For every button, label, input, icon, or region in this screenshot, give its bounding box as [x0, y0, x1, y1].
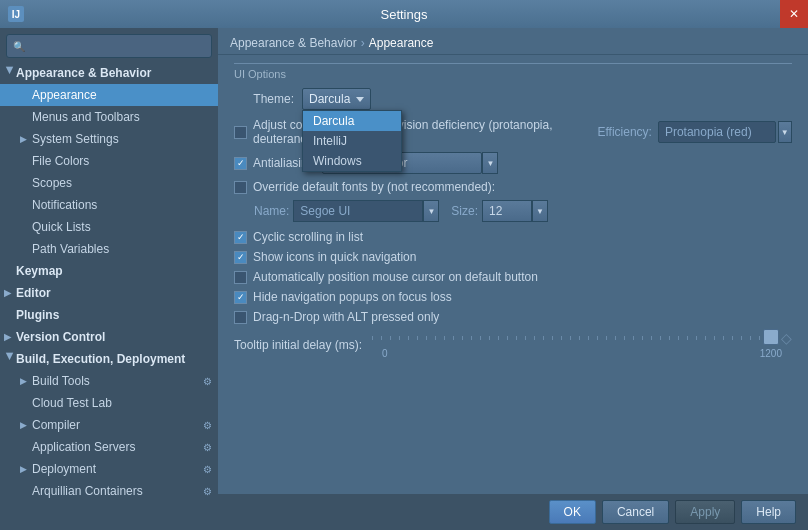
ok-button[interactable]: OK — [549, 500, 596, 524]
drag-drop-label: Drag-n-Drop with ALT pressed only — [253, 310, 439, 324]
sidebar-item-keymap[interactable]: Keymap — [0, 260, 218, 282]
tooltip-slider-track[interactable] — [372, 336, 777, 340]
theme-dropdown-arrow — [356, 97, 364, 102]
sidebar-item-version-control[interactable]: ▶ Version Control — [0, 326, 218, 348]
slider-end-icon: ◇ — [781, 330, 792, 346]
deployment-icon: ⚙ — [203, 464, 212, 475]
override-fonts-row: Override default fonts by (not recommend… — [234, 180, 792, 194]
theme-option-windows[interactable]: Windows — [303, 151, 401, 171]
sidebar-item-build-tools[interactable]: ▶ Build Tools ⚙ — [0, 370, 218, 392]
theme-dropdown-button[interactable]: Darcula — [302, 88, 371, 110]
apply-button[interactable]: Apply — [675, 500, 735, 524]
theme-selected-value: Darcula — [309, 92, 350, 106]
slider-track-row: ◇ — [372, 330, 792, 346]
drag-drop-checkbox[interactable] — [234, 311, 247, 324]
breadcrumb: Appearance & Behavior › Appearance — [218, 28, 808, 55]
close-button[interactable]: ✕ — [780, 0, 808, 28]
sidebar-item-build-execution[interactable]: ▶ Build, Execution, Deployment — [0, 348, 218, 370]
hide-navigation-checkbox[interactable] — [234, 291, 247, 304]
build-tools-icon: ⚙ — [203, 376, 212, 387]
sidebar-item-appearance-behavior[interactable]: ▶ Appearance & Behavior — [0, 62, 218, 84]
breadcrumb-separator: › — [361, 36, 365, 50]
sidebar-item-notifications[interactable]: Notifications — [0, 194, 218, 216]
app-icon: IJ — [8, 6, 24, 22]
sidebar-item-cloud-test-lab[interactable]: Cloud Test Lab — [0, 392, 218, 414]
theme-dropdown-container: Darcula Darcula IntelliJ Windows — [302, 88, 371, 110]
show-icons-row: Show icons in quick navigation — [234, 250, 792, 264]
sidebar-item-path-variables[interactable]: Path Variables — [0, 238, 218, 260]
sidebar-item-arquillian[interactable]: Arquillian Containers ⚙ — [0, 480, 218, 502]
theme-dropdown-menu: Darcula IntelliJ Windows — [302, 110, 402, 172]
search-box[interactable]: 🔍 — [6, 34, 212, 58]
slider-max-value: 1200 — [760, 348, 782, 359]
compiler-icon: ⚙ — [203, 420, 212, 431]
auto-position-label: Automatically position mouse cursor on d… — [253, 270, 538, 284]
sidebar-item-plugins[interactable]: Plugins — [0, 304, 218, 326]
sidebar-item-deployment[interactable]: ▶ Deployment ⚙ — [0, 458, 218, 480]
indent-spacer — [20, 90, 32, 100]
settings-window: IJ Settings ✕ 🔍 ▶ Appearance & Behavior … — [0, 0, 808, 530]
font-size-label: Size: — [451, 204, 478, 218]
ui-options-label: UI Options — [234, 63, 792, 80]
tooltip-delay-label: Tooltip initial delay (ms): — [234, 338, 362, 352]
font-row: Name: Segoe UI ▼ Size: 12 ▼ — [234, 200, 792, 222]
expand-arrow: ▶ — [5, 67, 15, 79]
settings-content: UI Options Theme: Darcula Darcula Intell… — [218, 55, 808, 494]
sidebar-item-file-colors[interactable]: File Colors — [0, 150, 218, 172]
efficiency-label: Efficiency: — [597, 125, 651, 139]
window-title: Settings — [381, 7, 428, 22]
main-panel: Appearance & Behavior › Appearance UI Op… — [218, 28, 808, 530]
sidebar-tree: ▶ Appearance & Behavior Appearance Menus… — [0, 62, 218, 530]
font-name-select[interactable]: Segoe UI — [293, 200, 423, 222]
cyclic-scrolling-row: Cyclic scrolling in list — [234, 230, 792, 244]
adjust-colors-checkbox[interactable] — [234, 126, 247, 139]
slider-container: ◇ 0 1200 — [372, 330, 792, 359]
sidebar-item-appearance[interactable]: Appearance — [0, 84, 218, 106]
theme-label: Theme: — [234, 92, 294, 106]
antialiasing-checkbox[interactable] — [234, 157, 247, 170]
font-size-dropdown-btn[interactable]: ▼ — [532, 200, 548, 222]
bottom-bar: OK Cancel Apply Help — [218, 494, 808, 530]
hide-navigation-row: Hide navigation popups on focus loss — [234, 290, 792, 304]
cyclic-scrolling-label: Cyclic scrolling in list — [253, 230, 363, 244]
theme-option-darcula[interactable]: Darcula — [303, 111, 401, 131]
breadcrumb-parent: Appearance & Behavior — [230, 36, 357, 50]
sidebar: 🔍 ▶ Appearance & Behavior Appearance Men… — [0, 28, 218, 530]
show-icons-label: Show icons in quick navigation — [253, 250, 416, 264]
show-icons-checkbox[interactable] — [234, 251, 247, 264]
rendering-dropdown-btn[interactable]: ▼ — [482, 152, 498, 174]
font-size-select[interactable]: 12 — [482, 200, 532, 222]
slider-min-value: 0 — [382, 348, 388, 359]
theme-option-intellij[interactable]: IntelliJ — [303, 131, 401, 151]
cancel-button[interactable]: Cancel — [602, 500, 669, 524]
theme-row: Theme: Darcula Darcula IntelliJ Windows — [234, 88, 792, 110]
sidebar-item-editor[interactable]: ▶ Editor — [0, 282, 218, 304]
sidebar-item-quick-lists[interactable]: Quick Lists — [0, 216, 218, 238]
slider-values: 0 1200 — [372, 348, 792, 359]
sidebar-item-application-servers[interactable]: Application Servers ⚙ — [0, 436, 218, 458]
font-name-label: Name: — [254, 204, 289, 218]
sidebar-item-scopes[interactable]: Scopes — [0, 172, 218, 194]
cyclic-scrolling-checkbox[interactable] — [234, 231, 247, 244]
sidebar-item-system-settings[interactable]: ▶ System Settings — [0, 128, 218, 150]
arquillian-icon: ⚙ — [203, 486, 212, 497]
override-fonts-checkbox[interactable] — [234, 181, 247, 194]
main-content: 🔍 ▶ Appearance & Behavior Appearance Men… — [0, 28, 808, 530]
help-button[interactable]: Help — [741, 500, 796, 524]
sidebar-item-compiler[interactable]: ▶ Compiler ⚙ — [0, 414, 218, 436]
drag-drop-row: Drag-n-Drop with ALT pressed only — [234, 310, 792, 324]
hide-navigation-label: Hide navigation popups on focus loss — [253, 290, 452, 304]
efficiency-dropdown-btn[interactable]: ▼ — [778, 121, 793, 143]
override-fonts-label: Override default fonts by (not recommend… — [253, 180, 495, 194]
title-bar: IJ Settings ✕ — [0, 0, 808, 28]
efficiency-select[interactable]: Protanopia (red) — [658, 121, 776, 143]
search-icon: 🔍 — [13, 41, 25, 52]
tooltip-delay-row: Tooltip initial delay (ms): ◇ 0 1200 — [234, 330, 792, 359]
font-name-dropdown-btn[interactable]: ▼ — [423, 200, 439, 222]
app-servers-icon: ⚙ — [203, 442, 212, 453]
breadcrumb-current: Appearance — [369, 36, 434, 50]
slider-thumb[interactable] — [763, 329, 779, 345]
sidebar-item-menus-toolbars[interactable]: Menus and Toolbars — [0, 106, 218, 128]
auto-position-checkbox[interactable] — [234, 271, 247, 284]
auto-position-row: Automatically position mouse cursor on d… — [234, 270, 792, 284]
